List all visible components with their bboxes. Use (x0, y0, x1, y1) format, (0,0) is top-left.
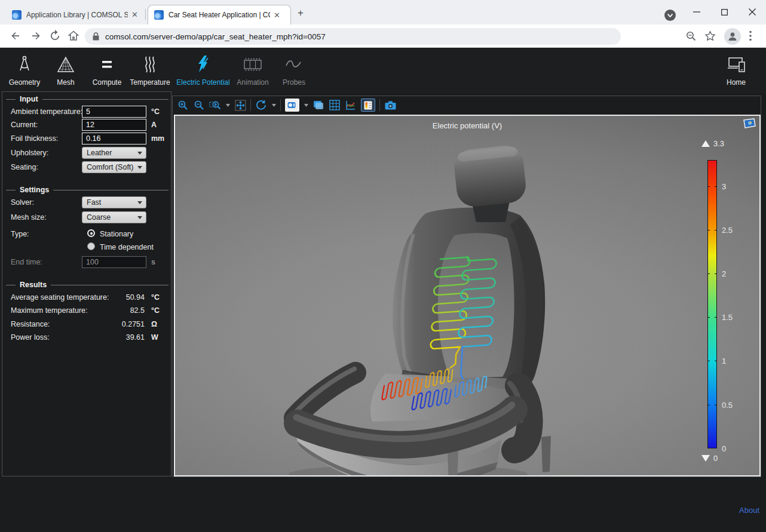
ribbon-geometry[interactable]: Geometry (7, 53, 42, 91)
radio-label: Time dependent (100, 243, 154, 251)
ribbon-home[interactable]: Home (718, 53, 754, 91)
window-minimize-button[interactable] (683, 0, 710, 24)
field-label: Seating: (11, 163, 38, 171)
electric-potential-icon (194, 53, 212, 76)
zoom-indicator-icon[interactable] (685, 30, 697, 44)
profile-avatar[interactable] (724, 28, 741, 45)
ambient-temperature-input[interactable]: 5 (82, 106, 146, 118)
result-unit: Ω (151, 320, 157, 328)
colorbar-tick: 1 (722, 356, 726, 365)
colorbar-min: 0 (701, 454, 718, 463)
result-label: Maximum temperature: (11, 306, 88, 315)
comsol-logo (743, 118, 756, 128)
result-value: 39.61 (126, 333, 145, 342)
field-unit: s (151, 258, 155, 266)
zoom-in-icon[interactable] (177, 99, 189, 111)
chrome-update-icon[interactable] (664, 10, 676, 21)
result-value: 82.5 (130, 306, 145, 315)
colorbar-tick: 2.5 (722, 226, 733, 235)
section-header-results: Results (6, 281, 168, 289)
colorbar-tick: 1.5 (722, 313, 733, 322)
result-unit: W (151, 333, 158, 342)
seating-select[interactable]: Comfort (Soft) (82, 161, 146, 173)
graphics-toolbar (173, 96, 761, 114)
back-button[interactable] (10, 30, 22, 42)
graphics-panel: Electric potential (V) (172, 96, 761, 477)
max-triangle-icon (701, 140, 710, 147)
mesh-size-select[interactable]: Coarse (82, 211, 146, 223)
result-unit: °C (151, 293, 160, 302)
field-label: End time: (11, 258, 42, 266)
probes-icon (284, 53, 304, 76)
app-ribbon: Geometry Mesh Compute Temperature Electr… (0, 48, 766, 94)
url-text: comsol.com/server-demo/app/car_seat_heat… (105, 32, 326, 41)
tab-close-icon[interactable]: ✕ (274, 11, 280, 20)
zoom-out-icon[interactable] (193, 99, 205, 111)
scene-light-button[interactable] (285, 99, 299, 112)
colorbar-tick: 0.5 (722, 401, 733, 410)
dropdown-arrow-icon (137, 166, 142, 169)
upholstery-select[interactable]: Leather (82, 147, 146, 159)
result-value: 50.94 (126, 293, 145, 302)
zoom-menu-caret[interactable] (225, 104, 230, 107)
comsol-favicon (154, 10, 164, 20)
dropdown-arrow-icon (137, 152, 142, 155)
menu-kebab-icon[interactable] (749, 30, 752, 44)
colorbar-max: 3.3 (701, 139, 724, 148)
home-button[interactable] (68, 30, 79, 42)
plot-canvas[interactable]: Electric potential (V) (174, 115, 761, 476)
end-time-input[interactable]: 100 (82, 256, 146, 268)
result-unit: °C (151, 306, 160, 315)
reload-button[interactable] (49, 30, 61, 42)
radio-stationary[interactable] (87, 229, 95, 237)
ribbon-electric-potential[interactable]: Electric Potential (176, 53, 231, 91)
home-screen-icon (726, 53, 746, 76)
transparency-icon[interactable] (312, 99, 324, 111)
field-unit: A (151, 121, 157, 129)
window-maximize-button[interactable] (710, 0, 738, 24)
rotate-menu-caret[interactable] (271, 104, 276, 107)
browser-tab-2[interactable]: Car Seat Heater Application | CO ✕ (148, 5, 291, 24)
browser-titlebar: Application Library | COMSOL Se ✕ Car Se… (0, 0, 766, 24)
about-link[interactable]: About (739, 506, 759, 515)
new-tab-button[interactable]: + (298, 7, 304, 19)
foil-thickness-input[interactable]: 0.16 (82, 133, 146, 144)
bookmark-star-icon[interactable] (704, 30, 716, 44)
color-legend-toggle[interactable] (361, 99, 375, 112)
comsol-favicon (12, 10, 22, 20)
field-label: Foil thickness: (11, 134, 58, 143)
snapshot-camera-icon[interactable] (384, 99, 396, 111)
ribbon-compute[interactable]: Compute (88, 53, 125, 91)
ribbon-probes[interactable]: Probes (278, 53, 310, 91)
mesh-icon (56, 53, 75, 76)
ribbon-temperature[interactable]: Temperature (127, 53, 173, 91)
colorbar-tick: 0 (722, 444, 726, 453)
radio-label: Stationary (100, 230, 133, 238)
address-bar[interactable]: comsol.com/server-demo/app/car_seat_heat… (85, 28, 621, 45)
current-input[interactable]: 12 (82, 119, 146, 131)
window-close-button[interactable] (739, 0, 766, 24)
ribbon-mesh[interactable]: Mesh (49, 53, 82, 91)
zoom-box-icon[interactable] (209, 99, 221, 111)
field-label: Ambient temperature: (11, 107, 82, 116)
dropdown-arrow-icon (137, 216, 142, 219)
zoom-extents-icon[interactable] (234, 99, 246, 111)
ribbon-animation[interactable]: Animation (233, 53, 272, 91)
tab-title: Application Library | COMSOL Se (26, 11, 128, 19)
solver-select[interactable]: Fast (82, 196, 146, 208)
radio-time-dependent[interactable] (87, 242, 95, 250)
section-header-settings: Settings (6, 186, 168, 194)
browser-tab-1[interactable]: Application Library | COMSOL Se ✕ (6, 5, 146, 24)
field-label: Upholstery: (11, 149, 48, 157)
light-menu-caret[interactable] (304, 104, 308, 107)
tab-close-icon[interactable]: ✕ (131, 10, 138, 19)
rotate-view-icon[interactable] (255, 99, 267, 111)
result-label: Average seating temperature: (11, 293, 109, 302)
grid-icon[interactable] (329, 99, 341, 111)
plot-colors-icon[interactable] (345, 99, 357, 111)
forward-button[interactable] (30, 30, 42, 42)
section-header-input: Input (6, 95, 168, 103)
field-unit: °C (151, 107, 160, 116)
lock-icon[interactable] (93, 32, 99, 41)
temperature-icon (141, 53, 159, 76)
